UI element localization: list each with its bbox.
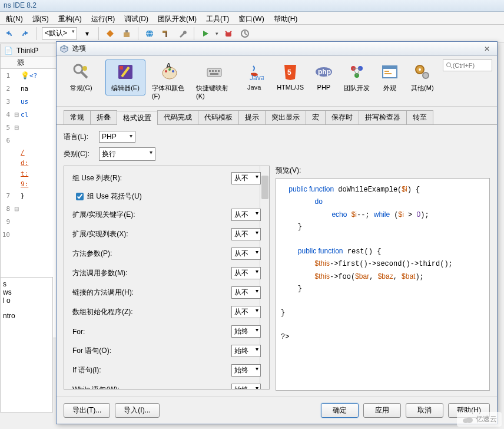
dialog-button-row: 导出(T)... 导入(I)... 确定 应用 取消 帮助(H) (57, 397, 497, 424)
cat-php[interactable]: php PHP (311, 60, 336, 94)
cat-htmljs[interactable]: 5 HTML/JS (274, 60, 306, 94)
tab-completion[interactable]: 代码完成 (157, 110, 198, 124)
tab-highlight[interactable]: 突出显示 (265, 110, 306, 124)
svg-line-9 (230, 31, 231, 33)
ok-button[interactable]: 确定 (321, 403, 359, 418)
clean-icon[interactable] (120, 27, 133, 40)
menu-team[interactable]: 团队开发(M) (154, 13, 200, 23)
run-icon[interactable] (199, 27, 212, 40)
cat-team[interactable]: 团队开发 (341, 60, 372, 95)
java-icon: Java (245, 62, 264, 81)
source-tab[interactable]: 源 (17, 58, 24, 68)
svg-rect-7 (226, 32, 231, 37)
menu-source[interactable]: 源(S) (29, 13, 52, 23)
opt-for[interactable]: 始终 (231, 325, 261, 338)
bulb-icon[interactable]: 💡 (21, 71, 29, 80)
tab-spell[interactable]: 拼写检查器 (359, 110, 407, 124)
tab-hints[interactable]: 提示 (238, 110, 266, 124)
opt-extends-kw[interactable]: 从不 (231, 209, 261, 221)
build-icon[interactable] (104, 27, 117, 40)
menu-run[interactable]: 运行(R) (88, 13, 119, 23)
close-icon[interactable]: ✕ (480, 45, 493, 53)
cat-editor[interactable]: 编辑器(E) (105, 60, 145, 95)
svg-rect-36 (383, 66, 397, 69)
svg-text:Java: Java (250, 74, 264, 81)
toolbar-separator (138, 27, 138, 40)
tab-fold[interactable]: 折叠 (90, 110, 117, 124)
scrollbar[interactable] (260, 166, 269, 389)
cancel-button[interactable]: 取消 (406, 403, 443, 418)
cat-java[interactable]: Java Java (238, 60, 269, 94)
opt-array-init[interactable]: 从不 (231, 306, 261, 318)
svg-rect-1 (125, 30, 128, 32)
svg-point-13 (74, 65, 82, 73)
profile-icon[interactable] (238, 27, 251, 40)
gear-wrench-icon (72, 62, 91, 81)
svg-text:5: 5 (287, 68, 291, 77)
main-toolbar: <默认> ▾ ▾ (0, 25, 504, 42)
svg-line-12 (245, 34, 247, 35)
file-tab[interactable]: ThinkP (16, 47, 38, 55)
options-dialog: 选项 ✕ 常规(G) 编辑器(E) A 字体和颜色(F) 快捷键映射(K) Ja… (56, 41, 498, 424)
run-dropdown-icon[interactable]: ▾ (215, 31, 218, 37)
tab-content: 语言(L): PHP 类别(C): 换行 组 Use 列表(R): 从不 (57, 125, 497, 397)
svg-rect-27 (210, 73, 218, 75)
opt-if-stmt[interactable]: 始终 (231, 364, 261, 377)
menu-help[interactable]: 帮助(H) (270, 13, 301, 23)
svg-rect-37 (384, 71, 389, 72)
tab-templates[interactable]: 代码模板 (198, 110, 239, 124)
import-button[interactable]: 导入(I)... (115, 403, 159, 418)
redo-icon[interactable] (19, 27, 32, 40)
search-box[interactable] (443, 60, 492, 71)
opt-method-params[interactable]: 从不 (231, 248, 261, 260)
svg-rect-16 (120, 66, 123, 70)
opt-call-params[interactable]: 从不 (231, 267, 261, 279)
opt-for-stmt[interactable]: 始终 (231, 345, 261, 357)
opt-extends-list[interactable]: 从不 (231, 228, 261, 240)
config-dropdown-icon[interactable]: ▾ (81, 27, 94, 40)
menu-nav[interactable]: 航(N) (2, 13, 26, 23)
category-label: 类别(C): (64, 149, 92, 159)
svg-rect-23 (209, 70, 211, 72)
opt-chained[interactable]: 从不 (231, 286, 261, 299)
globe-icon[interactable] (143, 27, 156, 40)
cat-appearance[interactable]: 外观 (377, 60, 402, 95)
editor-gutter: 1💡<? 2na 3us 4⊟cl 5⊟ 6 / d: t: 9: 7} 8⊟ … (1, 69, 58, 241)
svg-point-14 (82, 66, 87, 71)
debug-icon[interactable] (222, 27, 235, 40)
search-input[interactable] (453, 62, 488, 69)
language-combo[interactable]: PHP (99, 131, 135, 143)
menu-window[interactable]: 窗口(W) (235, 13, 267, 23)
svg-rect-24 (212, 70, 214, 72)
toolbar-separator (194, 27, 194, 40)
opt-while-stmt[interactable]: 始终 (231, 384, 261, 390)
file-tab-icon: 📄 (4, 47, 13, 55)
category-combo[interactable]: 换行 (99, 147, 155, 161)
svg-point-45 (466, 417, 473, 423)
tab-macro[interactable]: 宏 (306, 110, 326, 124)
config-combo[interactable]: <默认> (42, 27, 77, 39)
group-use-brace-checkbox[interactable] (76, 193, 84, 200)
svg-point-18 (165, 70, 167, 72)
svg-line-8 (226, 31, 227, 33)
menu-tools[interactable]: 工具(T) (203, 13, 233, 23)
group-use-list-combo[interactable]: 从不 (231, 172, 261, 184)
apply-button[interactable]: 应用 (363, 403, 401, 418)
gears-icon (413, 62, 432, 81)
tab-general[interactable]: 常规 (64, 110, 91, 124)
cloud-icon (462, 415, 473, 424)
tab-format[interactable]: 格式设置 (117, 111, 158, 125)
undo-icon[interactable] (2, 27, 15, 40)
menu-debug[interactable]: 调试(D) (121, 13, 152, 23)
cat-general[interactable]: 常规(G) (61, 60, 101, 95)
tab-onsave[interactable]: 保存时 (325, 110, 359, 124)
export-button[interactable]: 导出(T)... (64, 403, 110, 418)
cat-keymap[interactable]: 快捷键映射(K) (194, 60, 234, 103)
cat-fonts[interactable]: A 字体和颜色(F) (150, 60, 190, 103)
cat-misc[interactable]: 其他(M) (407, 60, 437, 95)
menu-refactor[interactable]: 重构(A) (55, 13, 85, 23)
wrench-icon[interactable] (176, 27, 189, 40)
tab-goto[interactable]: 转至 (406, 110, 433, 124)
hammer-icon[interactable] (160, 27, 173, 40)
svg-rect-38 (384, 73, 392, 74)
